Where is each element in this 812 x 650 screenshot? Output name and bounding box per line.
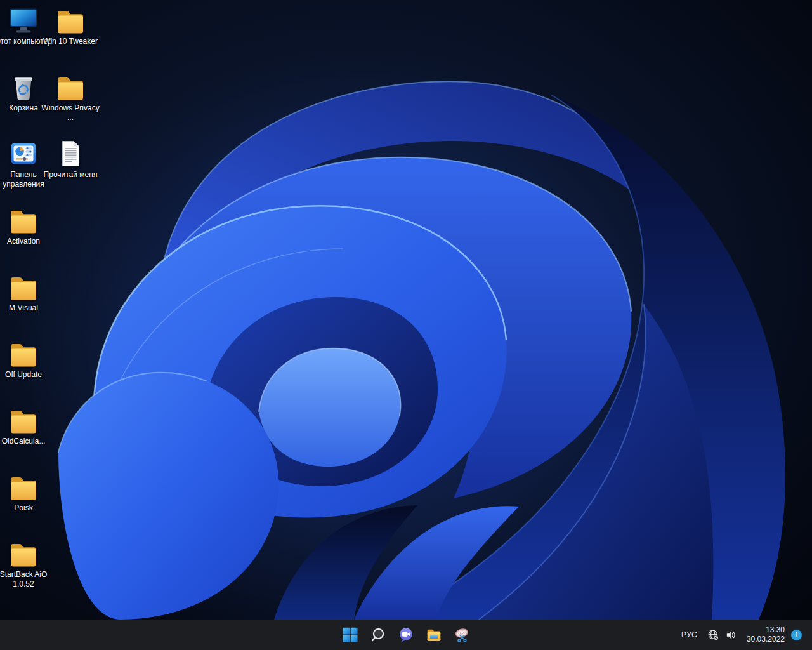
recycle-bin-icon [8, 72, 39, 102]
globe-no-internet-icon [707, 629, 719, 641]
desktop-icon-activation[interactable]: Activation [0, 205, 47, 246]
desktop-icon-label: M.Visual [0, 303, 53, 313]
desktop-icon-label: Off Update [0, 370, 53, 380]
speaker-icon [725, 629, 737, 641]
desktop-icon-label: OldCalcula... [0, 437, 53, 446]
clock-date: 30.03.2022 [747, 635, 785, 644]
desktop-icon-this-pc[interactable]: Этот компьютер [0, 5, 47, 46]
clock[interactable]: 13:30 30.03.2022 [740, 625, 791, 644]
folder-icon [55, 72, 86, 102]
desktop-icon-win10-tweaker[interactable]: Win 10 Tweaker [47, 5, 94, 46]
this-pc-icon [8, 5, 39, 36]
start-button[interactable] [337, 622, 363, 647]
desktop-icon-readme[interactable]: Прочитай меня [47, 138, 94, 180]
desktop-icon-m-visual[interactable]: M.Visual [0, 272, 47, 313]
folder-icon [8, 205, 39, 235]
clock-time: 13:30 [766, 625, 785, 635]
desktop-icon-label: Activation [0, 237, 53, 246]
control-panel-icon [8, 138, 39, 169]
desktop-icon-oldcalcula[interactable]: OldCalcula... [0, 405, 47, 446]
folder-icon [8, 272, 39, 302]
desktop-icon-startback[interactable]: StartBack AiO 1.0.52 [0, 538, 47, 588]
desktop: Этот компьютер Win 10 Tweaker Корзина Wi… [0, 0, 812, 650]
desktop-icon-label: Poisk [0, 503, 53, 513]
desktop-icon-poisk[interactable]: Poisk [0, 472, 47, 513]
desktop-icon-windows-privacy[interactable]: Windows Privacy ... [47, 72, 94, 122]
network-button[interactable] [705, 622, 723, 647]
folder-icon [8, 538, 39, 569]
disc-scissors-app-button[interactable] [449, 622, 475, 647]
notification-badge[interactable]: 1 [791, 630, 802, 640]
desktop-icon-label: StartBack AiO 1.0.52 [0, 570, 53, 588]
search-icon [370, 627, 386, 643]
desktop-icon-off-update[interactable]: Off Update [0, 338, 47, 380]
desktop-icon-label: Windows Privacy ... [41, 103, 100, 122]
teams-chat-button[interactable] [393, 622, 419, 647]
desktop-icon-recycle-bin[interactable]: Корзина [0, 72, 47, 113]
volume-button[interactable] [723, 622, 740, 647]
windows-logo-icon [342, 627, 358, 643]
desktop-icon-label: Прочитай меня [41, 170, 100, 180]
folder-icon [8, 338, 39, 369]
language-indicator[interactable]: РУС [674, 625, 705, 644]
folder-icon [8, 405, 39, 435]
folder-icon [55, 5, 86, 36]
file-explorer-icon [426, 627, 442, 643]
folder-icon [8, 472, 39, 502]
disc-scissors-icon [454, 627, 470, 643]
text-document-icon [55, 138, 86, 169]
desktop-icon-label: Win 10 Tweaker [41, 37, 100, 46]
wallpaper-bloom [0, 0, 812, 620]
taskbar-center-group [337, 620, 475, 650]
file-explorer-button[interactable] [421, 622, 447, 647]
search-button[interactable] [365, 622, 391, 647]
teams-chat-icon [398, 627, 414, 643]
taskbar: РУС [0, 620, 812, 650]
desktop-icon-control-panel[interactable]: Панель управления [0, 138, 47, 189]
system-tray: РУС [674, 620, 812, 650]
